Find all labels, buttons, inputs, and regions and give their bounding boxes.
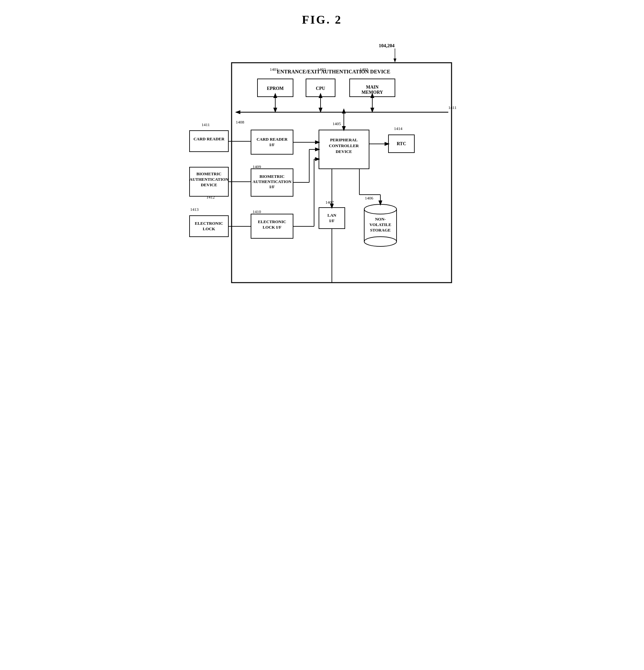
svg-text:DEVICE: DEVICE bbox=[200, 183, 217, 187]
svg-text:CARD READER: CARD READER bbox=[257, 137, 288, 142]
svg-text:1412: 1412 bbox=[206, 195, 215, 200]
svg-rect-26 bbox=[319, 207, 345, 229]
svg-rect-34 bbox=[189, 167, 228, 196]
svg-text:BIOMETRIC: BIOMETRIC bbox=[259, 174, 284, 179]
svg-rect-19 bbox=[251, 214, 293, 238]
svg-rect-5 bbox=[350, 79, 395, 97]
svg-text:AUTHENTICATION: AUTHENTICATION bbox=[252, 179, 291, 184]
svg-point-30 bbox=[364, 237, 396, 246]
svg-rect-18 bbox=[251, 169, 293, 196]
svg-text:1408: 1408 bbox=[236, 120, 244, 124]
svg-text:ENTRANCE/EXIT AUTHENTICATION D: ENTRANCE/EXIT AUTHENTICATION DEVICE bbox=[277, 69, 391, 75]
svg-text:1414: 1414 bbox=[394, 126, 403, 131]
svg-rect-0 bbox=[232, 63, 451, 283]
svg-text:I/F: I/F bbox=[329, 218, 334, 223]
svg-text:1410: 1410 bbox=[253, 209, 261, 214]
svg-text:1411: 1411 bbox=[201, 122, 210, 127]
figure-title: FIG. 2 bbox=[183, 13, 461, 27]
svg-text:EPROM: EPROM bbox=[266, 86, 283, 91]
svg-rect-32 bbox=[189, 131, 228, 152]
svg-text:MAIN: MAIN bbox=[366, 85, 379, 90]
svg-text:1413: 1413 bbox=[190, 207, 199, 212]
svg-rect-28 bbox=[364, 209, 396, 242]
svg-text:NON-: NON- bbox=[375, 217, 385, 222]
svg-text:1405: 1405 bbox=[332, 121, 341, 126]
svg-text:1411: 1411 bbox=[448, 105, 457, 110]
svg-text:LOCK I/F: LOCK I/F bbox=[262, 225, 281, 230]
svg-text:I/F: I/F bbox=[269, 184, 275, 189]
svg-rect-4 bbox=[306, 79, 335, 97]
svg-text:CPU: CPU bbox=[316, 86, 325, 91]
svg-text:104,204: 104,204 bbox=[379, 43, 395, 48]
svg-text:LAN: LAN bbox=[327, 213, 337, 218]
svg-text:CARD READER: CARD READER bbox=[194, 136, 224, 141]
svg-text:1406: 1406 bbox=[365, 196, 373, 200]
svg-text:1407: 1407 bbox=[325, 200, 334, 205]
svg-text:STORAGE: STORAGE bbox=[370, 228, 391, 232]
svg-text:BIOMETRIC: BIOMETRIC bbox=[196, 171, 221, 176]
svg-text:ELECTRONIC: ELECTRONIC bbox=[258, 219, 286, 224]
svg-text:1402: 1402 bbox=[317, 67, 326, 72]
svg-text:DEVICE: DEVICE bbox=[336, 149, 352, 154]
svg-text:I/F: I/F bbox=[269, 142, 275, 147]
svg-rect-17 bbox=[251, 130, 293, 154]
svg-text:AUTHENTICATION: AUTHENTICATION bbox=[189, 177, 228, 182]
svg-text:1403: 1403 bbox=[360, 67, 368, 72]
svg-text:1401: 1401 bbox=[270, 67, 278, 72]
svg-text:1409: 1409 bbox=[253, 164, 261, 169]
svg-text:VOLATILE: VOLATILE bbox=[369, 222, 391, 227]
svg-text:RTC: RTC bbox=[396, 141, 406, 146]
svg-point-29 bbox=[364, 204, 396, 214]
svg-text:LOCK: LOCK bbox=[202, 226, 215, 231]
svg-text:PERIPHERAL: PERIPHERAL bbox=[330, 137, 358, 142]
svg-rect-36 bbox=[189, 216, 228, 237]
svg-text:MEMORY: MEMORY bbox=[361, 90, 383, 95]
svg-text:CONTROLLER: CONTROLLER bbox=[329, 143, 359, 148]
svg-rect-24 bbox=[389, 135, 415, 152]
svg-rect-22 bbox=[319, 130, 369, 169]
svg-text:ELECTRONIC: ELECTRONIC bbox=[195, 221, 223, 226]
svg-rect-3 bbox=[258, 79, 293, 97]
